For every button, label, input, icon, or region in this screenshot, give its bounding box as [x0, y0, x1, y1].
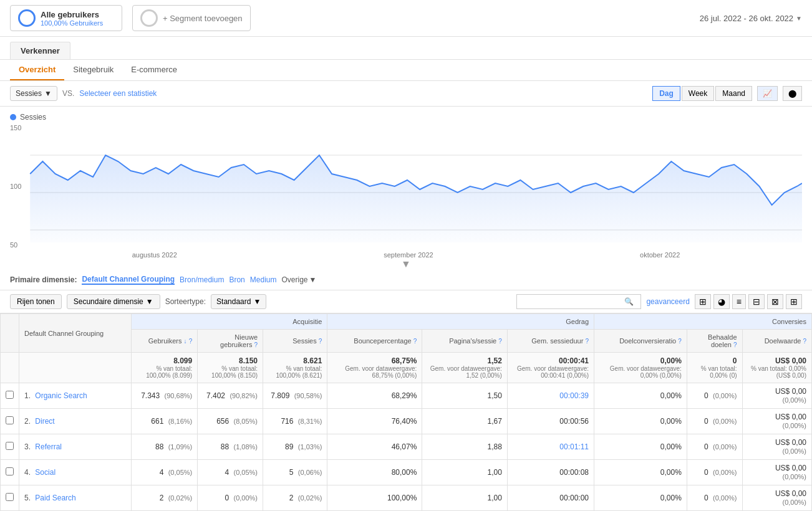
row1-duration: 00:00:39 [507, 383, 594, 409]
row3-channel-link[interactable]: Referral [35, 442, 62, 451]
row2-new-users: 656 (8,05%) [198, 409, 263, 434]
th-bounce: Bouncepercentage ? [327, 330, 422, 353]
row4-value: US$ 0,00 (0,00%) [742, 460, 811, 485]
segment2-button[interactable]: + Segment toevoegen [132, 5, 251, 31]
row3-channel: 3. Referral [19, 434, 132, 460]
sort-select-button[interactable]: Standaard ▼ [211, 294, 266, 309]
data-table: Default Channel Grouping Acquisitie Gedr… [0, 313, 812, 511]
duration-help-icon: ? [585, 338, 589, 345]
th-users[interactable]: Gebruikers ↓ ? [132, 330, 198, 353]
pivot-view-button[interactable]: ⊠ [767, 294, 783, 309]
row3-bounce: 46,07% [327, 434, 422, 460]
row5-goal-rate: 0,00% [594, 485, 687, 511]
metric-dropdown-icon: ▼ [44, 89, 52, 98]
table-row: 3. Referral 88 (1,09%) 88 (1,08%) 89 (1,… [1, 434, 812, 460]
row5-channel-link[interactable]: Paid Search [35, 494, 75, 502]
dim-link-bronmedium[interactable]: Bron/medium [180, 275, 224, 284]
period-maand-button[interactable]: Maand [715, 86, 752, 101]
chart-legend: Sessies [10, 113, 802, 122]
search-input[interactable] [522, 297, 622, 306]
x-label-okt: oktober 2022 [640, 251, 680, 259]
row1-channel-link[interactable]: Organic Search [35, 391, 87, 400]
dim-primary-label: Primaire dimensie: [10, 275, 77, 284]
th-dimension: Default Channel Grouping [19, 314, 132, 353]
th-sessions: Sessies ? [263, 330, 327, 353]
metric-select[interactable]: Sessies ▼ [10, 86, 57, 101]
row4-channel-link[interactable]: Social [35, 468, 56, 477]
row4-bounce: 80,00% [327, 460, 422, 485]
sort-arrow-icon: ▼ [253, 297, 261, 306]
dim-link-default[interactable]: Default Channel Grouping [82, 275, 175, 285]
explorer-tab[interactable]: Verkenner [10, 42, 70, 59]
th-pages: Pagina's/sessie ? [422, 330, 508, 353]
row3-sessions: 89 (1,03%) [263, 434, 327, 460]
row3-new-users: 88 (1,08%) [198, 434, 263, 460]
date-range[interactable]: 26 jul. 2022 - 26 okt. 2022 ▼ [700, 14, 802, 23]
sessions-help-icon: ? [319, 338, 322, 345]
compare-view-button[interactable]: ⊟ [748, 294, 765, 309]
row5-channel: 5. Paid Search [19, 485, 132, 511]
row2-channel-link[interactable]: Direct [35, 417, 54, 426]
totals-row: 8.099 % van totaal: 100,00% (8.099) 8.15… [1, 353, 812, 383]
secundaire-dim-button[interactable]: Secundaire dimensie ▼ [67, 294, 160, 309]
bounce-help-icon: ? [413, 338, 417, 345]
metric-bar: Sessies ▼ VS. Selecteer een statistiek D… [0, 81, 812, 107]
completions-help-icon: ? [733, 341, 737, 348]
totals-users: 8.099 % van totaal: 100,00% (8.099) [132, 353, 198, 383]
table-row: 1. Organic Search 7.343 (90,68%) 7.402 (… [1, 383, 812, 409]
row1-users: 7.343 (90,68%) [132, 383, 198, 409]
period-buttons: Dag Week Maand [652, 86, 752, 101]
line-chart-button[interactable]: 📈 [757, 86, 778, 101]
row4-sessions: 5 (0,06%) [263, 460, 327, 485]
tab-sitegebruik[interactable]: Sitegebruik [64, 60, 122, 80]
pie-chart-icon: ⬤ [788, 89, 796, 98]
th-value: Doelwaarde ? [742, 330, 811, 353]
search-icon: 🔍 [624, 297, 634, 306]
nav-tabs: Overzicht Sitegebruik E-commerce [0, 60, 812, 81]
row3-users: 88 (1,09%) [132, 434, 198, 460]
dim-link-bron[interactable]: Bron [229, 275, 244, 284]
y-axis-labels: 50 100 150 [10, 124, 29, 249]
row2-completions: 0 (0,00%) [687, 409, 742, 434]
select-stat-link[interactable]: Selecteer een statistiek [79, 89, 157, 98]
totals-label-cell [19, 353, 132, 383]
top-bar: Alle gebruikers 100,00% Gebruikers + Seg… [0, 0, 812, 37]
bar-view-button[interactable]: ≡ [732, 294, 746, 309]
value-help-icon: ? [803, 338, 806, 345]
row1-completions: 0 (0,00%) [687, 383, 742, 409]
dim-link-medium[interactable]: Medium [250, 275, 277, 284]
rijen-tonen-button[interactable]: Rijen tonen [10, 294, 62, 309]
row5-completions: 0 (0,00%) [687, 485, 742, 511]
row2-goal-rate: 0,00% [594, 409, 687, 434]
row5-users: 2 (0,02%) [132, 485, 198, 511]
period-dag-button[interactable]: Dag [652, 86, 680, 101]
row1-new-users: 7.402 (90,82%) [198, 383, 263, 409]
dim-more-button[interactable]: Overige ▼ [281, 275, 316, 284]
row5-checkbox[interactable] [1, 485, 19, 511]
dimension-bar: Primaire dimensie: Default Channel Group… [0, 270, 812, 290]
row1-checkbox[interactable] [1, 383, 19, 409]
line-chart-icon: 📈 [763, 89, 772, 98]
row3-duration: 00:01:11 [507, 434, 594, 460]
segment2-icon [140, 9, 158, 27]
row2-users: 661 (8,16%) [132, 409, 198, 434]
grid-view-button[interactable]: ⊞ [695, 294, 711, 309]
scatter-view-button[interactable]: ⊞ [786, 294, 802, 309]
tab-overzicht[interactable]: Overzicht [10, 60, 64, 80]
scroll-indicator[interactable]: ▼ [10, 259, 802, 270]
row4-checkbox[interactable] [1, 460, 19, 485]
table-wrapper: Default Channel Grouping Acquisitie Gedr… [0, 313, 812, 511]
period-week-button[interactable]: Week [682, 86, 714, 101]
totals-duration: 00:00:41 Gem. voor dataweergave: 00:00:4… [507, 353, 594, 383]
row5-value: US$ 0,00 (0,00%) [742, 485, 811, 511]
segment1-button[interactable]: Alle gebruikers 100,00% Gebruikers [10, 5, 122, 31]
pie-view-button[interactable]: ◕ [713, 294, 730, 309]
tab-ecommerce[interactable]: E-commerce [122, 60, 186, 80]
th-checkbox [1, 314, 19, 353]
row2-checkbox[interactable] [1, 409, 19, 434]
geavanceerd-link[interactable]: geavanceerd [646, 297, 689, 306]
row4-channel: 4. Social [19, 460, 132, 485]
row3-checkbox[interactable] [1, 434, 19, 460]
pie-chart-button[interactable]: ⬤ [783, 86, 802, 101]
y-label-150: 150 [10, 124, 29, 131]
